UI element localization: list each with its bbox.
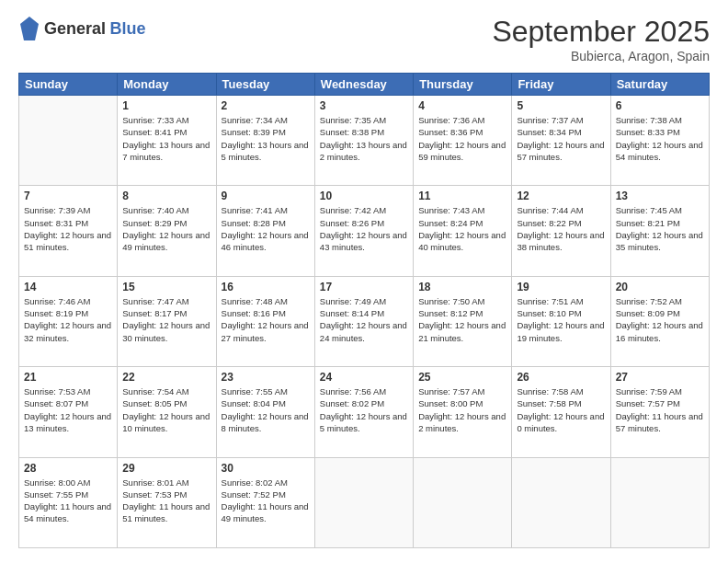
logo-icon	[18, 15, 40, 44]
day-number: 7	[24, 190, 112, 202]
day-info: Sunrise: 7:44 AM Sunset: 8:22 PM Dayligh…	[517, 204, 605, 253]
table-row	[314, 457, 413, 547]
day-number: 15	[122, 281, 210, 293]
day-info: Sunrise: 7:40 AM Sunset: 8:29 PM Dayligh…	[122, 204, 210, 253]
day-number: 4	[418, 99, 506, 112]
day-number: 13	[616, 190, 704, 202]
table-row: 30Sunrise: 8:02 AM Sunset: 7:52 PM Dayli…	[216, 457, 314, 547]
col-monday: Monday	[118, 74, 216, 96]
day-number: 21	[24, 371, 112, 384]
day-number: 22	[122, 371, 210, 384]
col-thursday: Thursday	[414, 74, 512, 96]
day-info: Sunrise: 7:46 AM Sunset: 8:19 PM Dayligh…	[24, 295, 112, 344]
calendar-week-row: 14Sunrise: 7:46 AM Sunset: 8:19 PM Dayli…	[19, 276, 710, 366]
table-row: 29Sunrise: 8:01 AM Sunset: 7:53 PM Dayli…	[118, 457, 216, 547]
table-row	[414, 457, 512, 547]
table-row: 26Sunrise: 7:58 AM Sunset: 7:58 PM Dayli…	[512, 367, 610, 457]
day-info: Sunrise: 7:53 AM Sunset: 8:07 PM Dayligh…	[24, 385, 112, 434]
day-number: 24	[320, 371, 408, 384]
table-row	[610, 457, 709, 547]
title-block: September 2025 Bubierca, Aragon, Spain	[492, 15, 710, 63]
day-info: Sunrise: 7:50 AM Sunset: 8:12 PM Dayligh…	[418, 295, 506, 344]
day-number: 27	[616, 371, 704, 384]
table-row: 6Sunrise: 7:38 AM Sunset: 8:33 PM Daylig…	[610, 96, 709, 186]
table-row: 4Sunrise: 7:36 AM Sunset: 8:36 PM Daylig…	[414, 96, 512, 186]
day-number: 5	[517, 99, 605, 112]
table-row: 5Sunrise: 7:37 AM Sunset: 8:34 PM Daylig…	[512, 96, 610, 186]
col-tuesday: Tuesday	[216, 74, 314, 96]
location-subtitle: Bubierca, Aragon, Spain	[492, 49, 710, 63]
day-info: Sunrise: 7:45 AM Sunset: 8:21 PM Dayligh…	[616, 204, 704, 253]
day-info: Sunrise: 7:55 AM Sunset: 8:04 PM Dayligh…	[222, 385, 310, 434]
table-row: 10Sunrise: 7:42 AM Sunset: 8:26 PM Dayli…	[314, 186, 413, 276]
day-number: 29	[122, 462, 210, 475]
table-row: 12Sunrise: 7:44 AM Sunset: 8:22 PM Dayli…	[512, 186, 610, 276]
table-row: 23Sunrise: 7:55 AM Sunset: 8:04 PM Dayli…	[216, 367, 314, 457]
table-row: 16Sunrise: 7:48 AM Sunset: 8:16 PM Dayli…	[216, 276, 314, 366]
day-number: 14	[24, 281, 112, 293]
calendar-week-row: 28Sunrise: 8:00 AM Sunset: 7:55 PM Dayli…	[19, 457, 710, 547]
svg-marker-0	[20, 17, 39, 40]
table-row: 25Sunrise: 7:57 AM Sunset: 8:00 PM Dayli…	[414, 367, 512, 457]
table-row: 8Sunrise: 7:40 AM Sunset: 8:29 PM Daylig…	[118, 186, 216, 276]
table-row	[512, 457, 610, 547]
day-number: 10	[320, 190, 408, 202]
day-info: Sunrise: 7:43 AM Sunset: 8:24 PM Dayligh…	[418, 204, 506, 253]
day-number: 26	[517, 371, 605, 384]
day-info: Sunrise: 7:39 AM Sunset: 8:31 PM Dayligh…	[24, 204, 112, 253]
day-info: Sunrise: 7:51 AM Sunset: 8:10 PM Dayligh…	[517, 295, 605, 344]
table-row: 27Sunrise: 7:59 AM Sunset: 7:57 PM Dayli…	[610, 367, 709, 457]
day-info: Sunrise: 7:41 AM Sunset: 8:28 PM Dayligh…	[222, 204, 310, 253]
day-info: Sunrise: 8:00 AM Sunset: 7:55 PM Dayligh…	[24, 477, 112, 525]
day-info: Sunrise: 8:01 AM Sunset: 7:53 PM Dayligh…	[122, 477, 210, 525]
day-info: Sunrise: 7:42 AM Sunset: 8:26 PM Dayligh…	[320, 204, 408, 253]
day-number: 9	[222, 190, 310, 202]
table-row: 20Sunrise: 7:52 AM Sunset: 8:09 PM Dayli…	[610, 276, 709, 366]
day-info: Sunrise: 7:34 AM Sunset: 8:39 PM Dayligh…	[222, 114, 310, 163]
logo: General Blue	[18, 15, 146, 44]
table-row: 24Sunrise: 7:56 AM Sunset: 8:02 PM Dayli…	[314, 367, 413, 457]
day-number: 23	[222, 371, 310, 384]
table-row	[19, 96, 118, 186]
day-number: 11	[418, 190, 506, 202]
day-info: Sunrise: 7:38 AM Sunset: 8:33 PM Dayligh…	[616, 114, 704, 163]
day-number: 12	[517, 190, 605, 202]
day-number: 2	[222, 99, 310, 112]
day-number: 19	[517, 281, 605, 293]
logo-text: General Blue	[44, 20, 146, 39]
day-info: Sunrise: 7:54 AM Sunset: 8:05 PM Dayligh…	[122, 385, 210, 434]
day-number: 6	[616, 99, 704, 112]
day-number: 28	[24, 462, 112, 475]
day-info: Sunrise: 7:48 AM Sunset: 8:16 PM Dayligh…	[222, 295, 310, 344]
col-sunday: Sunday	[19, 74, 118, 96]
table-row: 14Sunrise: 7:46 AM Sunset: 8:19 PM Dayli…	[19, 276, 118, 366]
day-number: 3	[320, 99, 408, 112]
calendar-week-row: 21Sunrise: 7:53 AM Sunset: 8:07 PM Dayli…	[19, 367, 710, 457]
table-row: 2Sunrise: 7:34 AM Sunset: 8:39 PM Daylig…	[216, 96, 314, 186]
table-row: 11Sunrise: 7:43 AM Sunset: 8:24 PM Dayli…	[414, 186, 512, 276]
header: General Blue September 2025 Bubierca, Ar…	[18, 15, 710, 63]
page: General Blue September 2025 Bubierca, Ar…	[0, 0, 728, 563]
day-number: 16	[222, 281, 310, 293]
day-info: Sunrise: 7:33 AM Sunset: 8:41 PM Dayligh…	[122, 114, 210, 163]
table-row: 22Sunrise: 7:54 AM Sunset: 8:05 PM Dayli…	[118, 367, 216, 457]
month-title: September 2025	[492, 15, 710, 49]
day-number: 25	[418, 371, 506, 384]
day-info: Sunrise: 7:35 AM Sunset: 8:38 PM Dayligh…	[320, 114, 408, 163]
table-row: 21Sunrise: 7:53 AM Sunset: 8:07 PM Dayli…	[19, 367, 118, 457]
table-row: 13Sunrise: 7:45 AM Sunset: 8:21 PM Dayli…	[610, 186, 709, 276]
day-number: 20	[616, 281, 704, 293]
table-row: 15Sunrise: 7:47 AM Sunset: 8:17 PM Dayli…	[118, 276, 216, 366]
col-friday: Friday	[512, 74, 610, 96]
day-number: 17	[320, 281, 408, 293]
day-info: Sunrise: 7:47 AM Sunset: 8:17 PM Dayligh…	[122, 295, 210, 344]
day-number: 1	[122, 99, 210, 112]
day-info: Sunrise: 7:49 AM Sunset: 8:14 PM Dayligh…	[320, 295, 408, 344]
day-info: Sunrise: 7:56 AM Sunset: 8:02 PM Dayligh…	[320, 385, 408, 434]
calendar-week-row: 7Sunrise: 7:39 AM Sunset: 8:31 PM Daylig…	[19, 186, 710, 276]
calendar-table: Sunday Monday Tuesday Wednesday Thursday…	[18, 73, 710, 548]
table-row: 18Sunrise: 7:50 AM Sunset: 8:12 PM Dayli…	[414, 276, 512, 366]
day-info: Sunrise: 7:36 AM Sunset: 8:36 PM Dayligh…	[418, 114, 506, 163]
day-info: Sunrise: 7:52 AM Sunset: 8:09 PM Dayligh…	[616, 295, 704, 344]
day-info: Sunrise: 7:37 AM Sunset: 8:34 PM Dayligh…	[517, 114, 605, 163]
